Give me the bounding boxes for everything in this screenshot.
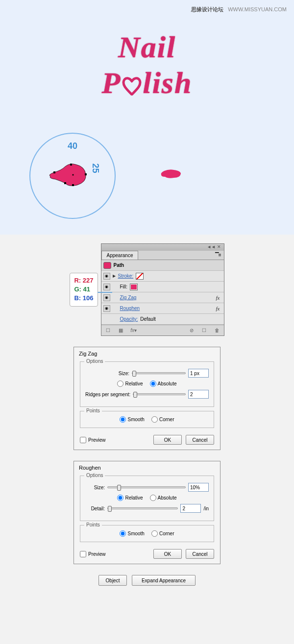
row-stroke[interactable]: ◉ ▶ Stroke: <box>101 271 224 282</box>
fill-swatch[interactable] <box>130 284 138 290</box>
roughen-dialog: Roughen Options Size: Relative Absolute … <box>74 461 220 564</box>
fx-icon: fx <box>216 306 222 311</box>
zigzag-dialog: Zig Zag Options Size: Relative Absolute … <box>74 347 220 450</box>
expand-appearance-button[interactable]: Expand Appearance <box>132 575 196 586</box>
ok-button[interactable]: OK <box>153 549 182 559</box>
roughen-link[interactable]: Roughen <box>120 306 140 311</box>
heart-icon <box>121 76 143 95</box>
clear-icon[interactable]: ⊘ <box>188 328 196 333</box>
smooth-radio[interactable]: Smooth <box>120 416 144 423</box>
expand-icon[interactable]: ▶ <box>113 274 116 278</box>
panel-menu-icon[interactable]: ▔≡ <box>212 251 224 259</box>
visibility-icon[interactable]: ◉ <box>103 284 110 290</box>
text-line1: Nail <box>66 34 228 60</box>
relative-radio[interactable]: Relative <box>117 381 143 387</box>
smooth-radio[interactable]: Smooth <box>120 530 144 537</box>
ridges-input[interactable] <box>188 390 209 399</box>
rgb-r: R: 227 <box>74 276 93 285</box>
corner-radio[interactable]: Corner <box>151 530 174 537</box>
trash-icon[interactable]: 🗑 <box>213 328 221 333</box>
cancel-button[interactable]: Cancel <box>186 549 214 559</box>
fx-icon: fx <box>216 295 222 301</box>
stroke-swatch[interactable] <box>136 273 144 280</box>
duplicate-icon[interactable]: ☐ <box>200 328 208 333</box>
svg-rect-3 <box>64 182 66 184</box>
size-input[interactable] <box>188 483 209 492</box>
detail-label: Detail: <box>85 506 105 511</box>
blob-shape-small <box>159 168 183 180</box>
svg-rect-2 <box>72 184 74 186</box>
object-button[interactable]: Object <box>98 575 127 586</box>
points-fieldset: Points Smooth Corner <box>80 411 214 428</box>
new-art-icon[interactable]: ☐ <box>104 328 112 333</box>
preview-checkbox[interactable]: Preview <box>80 437 106 443</box>
corner-radio[interactable]: Corner <box>151 416 174 423</box>
ridges-label: Ridges per segment: <box>85 392 130 397</box>
row-roughen[interactable]: ◉ Roughen fx <box>101 303 224 314</box>
dialog-title: Roughen <box>74 461 220 472</box>
size-slider[interactable] <box>132 372 186 374</box>
options-fieldset: Options Size: Relative Absolute Detail: … <box>80 476 214 521</box>
rgb-g: G: 41 <box>74 285 93 294</box>
row-zigzag[interactable]: ◉ Zig Zag fx <box>101 292 224 303</box>
rgb-callout: R: 227 G: 41 B: 106 <box>70 273 98 307</box>
svg-point-5 <box>73 174 74 176</box>
fx-menu-icon[interactable]: fx▾ <box>130 328 138 333</box>
appearance-panel: ◄◄ ✕ Appearance ▔≡ Path ◉ ▶ Stroke: ◉ <box>101 243 224 336</box>
row-opacity[interactable]: Opacity: Default <box>101 314 224 325</box>
options-fieldset: Options Size: Relative Absolute Ridges p… <box>80 361 214 407</box>
absolute-radio[interactable]: Absolute <box>150 495 177 501</box>
svg-rect-1 <box>85 173 87 175</box>
opacity-link[interactable]: Opacity: <box>120 316 138 322</box>
stroke-link[interactable]: Stroke: <box>118 273 134 279</box>
row-path-header[interactable]: Path <box>101 260 224 271</box>
points-legend: Points <box>84 522 102 527</box>
zigzag-link[interactable]: Zig Zag <box>120 295 137 300</box>
watermark-url: WWW.MISSYUAN.COM <box>228 6 287 12</box>
relative-radio[interactable]: Relative <box>117 495 143 501</box>
tab-appearance[interactable]: Appearance <box>101 251 139 260</box>
blob-shape-selected[interactable] <box>47 162 96 189</box>
svg-rect-0 <box>70 164 72 166</box>
path-label: Path <box>114 262 124 268</box>
size-slider[interactable] <box>107 486 186 488</box>
text-line2: Plish <box>66 70 228 96</box>
options-legend: Options <box>84 358 105 364</box>
panel-tabs: Appearance ▔≡ <box>101 251 224 260</box>
detail-unit: /in <box>203 506 209 511</box>
size-label: Size: <box>85 371 129 376</box>
dimension-40: 40 <box>68 141 77 151</box>
appearance-rows: Path ◉ ▶ Stroke: ◉ Fill: ◉ Zig Z <box>101 260 224 325</box>
detail-input[interactable] <box>180 504 201 513</box>
nail-polish-text: Nail Plish <box>66 34 228 95</box>
ridges-slider[interactable] <box>133 393 186 395</box>
cancel-button[interactable]: Cancel <box>186 435 214 445</box>
bottom-buttons: Object Expand Appearance <box>0 575 294 586</box>
options-legend: Options <box>84 473 105 478</box>
detail-slider[interactable] <box>107 507 178 509</box>
visibility-icon[interactable]: ◉ <box>103 305 110 312</box>
absolute-radio[interactable]: Absolute <box>150 381 177 387</box>
row-fill[interactable]: ◉ Fill: <box>101 282 224 292</box>
points-fieldset: Points Smooth Corner <box>80 525 214 542</box>
size-input[interactable] <box>188 369 209 378</box>
dialog-title: Zig Zag <box>74 347 220 358</box>
points-legend: Points <box>84 408 102 413</box>
watermark-cn: 思缘设计论坛 <box>191 6 223 12</box>
opacity-value: Default <box>140 316 156 322</box>
visibility-icon[interactable]: ◉ <box>103 273 110 280</box>
lower-panels: R: 227 G: 41 B: 106 ◄◄ ✕ Appearance ▔≡ P… <box>0 235 294 598</box>
panel-topbar[interactable]: ◄◄ ✕ <box>101 244 224 251</box>
layers-icon[interactable]: ▦ <box>117 328 125 333</box>
preview-checkbox[interactable]: Preview <box>80 551 106 557</box>
artwork-canvas: 思缘设计论坛 WWW.MISSYUAN.COM Nail Plish 40 25 <box>0 0 294 235</box>
ok-button[interactable]: OK <box>153 435 182 445</box>
rgb-b: B: 106 <box>74 294 93 303</box>
fill-label: Fill: <box>120 284 128 289</box>
size-label: Size: <box>85 485 105 490</box>
appearance-footer: ☐ ▦ fx▾ ⊘ ☐ 🗑 <box>101 325 224 335</box>
svg-rect-4 <box>53 171 55 173</box>
path-icon <box>103 262 111 269</box>
visibility-icon[interactable]: ◉ <box>103 294 110 301</box>
watermark: 思缘设计论坛 WWW.MISSYUAN.COM <box>191 6 287 13</box>
